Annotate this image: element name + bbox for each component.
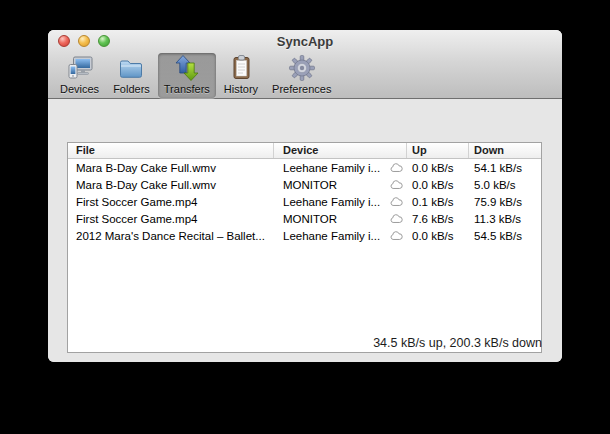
device-name: MONITOR [283,213,337,225]
cell-up: 0.0 kB/s [407,230,469,242]
cell-down: 11.3 kB/s [469,213,541,225]
folders-icon [117,54,145,82]
toolbar-item-folders[interactable]: Folders [107,53,156,98]
cell-down: 5.0 kB/s [469,179,541,191]
transfers-icon [173,54,201,82]
cloud-icon [389,197,403,207]
device-name: Leehane Family i... [283,162,380,174]
toolbar-item-transfers[interactable]: Transfers [158,53,216,98]
titlebar[interactable]: SyncApp [48,30,562,52]
column-header-file[interactable]: File [68,143,274,158]
content-area: File Device Up Down Mara B-Day Cake Full… [48,100,562,362]
toolbar-label-history: History [224,83,258,95]
toolbar-item-preferences[interactable]: Preferences [266,53,337,98]
table-header: File Device Up Down [68,143,541,159]
table-row[interactable]: 2012 Mara's Dance Recital – Ballet... Le… [68,227,541,244]
window-title: SyncApp [48,34,562,49]
cloud-icon [389,163,403,173]
table-row[interactable]: First Soccer Game.mp4 Leehane Family i..… [68,193,541,210]
toolbar-label-transfers: Transfers [164,83,210,95]
column-header-device[interactable]: Device [274,143,407,158]
table-row[interactable]: First Soccer Game.mp4 MONITOR 7.6 kB/s 1… [68,210,541,227]
cell-device: Leehane Family i... [274,162,407,174]
cell-file: First Soccer Game.mp4 [68,213,274,225]
cell-down: 54.1 kB/s [469,162,541,174]
table-row[interactable]: Mara B-Day Cake Full.wmv Leehane Family … [68,159,541,176]
toolbar-label-preferences: Preferences [272,83,331,95]
cell-up: 7.6 kB/s [407,213,469,225]
cell-device: Leehane Family i... [274,196,407,208]
cell-file: Mara B-Day Cake Full.wmv [68,179,274,191]
history-icon [227,54,255,82]
cloud-icon [389,214,403,224]
cell-up: 0.0 kB/s [407,179,469,191]
toolbar: Devices Folders Transfers [54,53,337,98]
cell-file: First Soccer Game.mp4 [68,196,274,208]
syncapp-window: SyncApp Devices [48,30,562,362]
cell-up: 0.1 kB/s [407,196,469,208]
transfers-table: File Device Up Down Mara B-Day Cake Full… [67,142,542,353]
cell-file: 2012 Mara's Dance Recital – Ballet... [68,230,274,242]
cell-down: 75.9 kB/s [469,196,541,208]
toolbar-label-folders: Folders [113,83,150,95]
device-name: MONITOR [283,179,337,191]
device-name: Leehane Family i... [283,230,380,242]
cell-down: 54.5 kB/s [469,230,541,242]
toolbar-item-history[interactable]: History [218,53,264,98]
cloud-icon [389,180,403,190]
cell-device: Leehane Family i... [274,230,407,242]
column-header-up[interactable]: Up [407,143,469,158]
device-name: Leehane Family i... [283,196,380,208]
transfer-rate-status: 34.5 kB/s up, 200.3 kB/s down [373,336,542,350]
cell-up: 0.0 kB/s [407,162,469,174]
cell-file: Mara B-Day Cake Full.wmv [68,162,274,174]
table-row[interactable]: Mara B-Day Cake Full.wmv MONITOR 0.0 kB/… [68,176,541,193]
cell-device: MONITOR [274,179,407,191]
column-header-down[interactable]: Down [469,143,541,158]
devices-icon [66,54,94,82]
cloud-icon [389,231,403,241]
preferences-icon [288,54,316,82]
cell-device: MONITOR [274,213,407,225]
toolbar-label-devices: Devices [60,83,99,95]
toolbar-item-devices[interactable]: Devices [54,53,105,98]
window-header: SyncApp Devices [48,30,562,99]
